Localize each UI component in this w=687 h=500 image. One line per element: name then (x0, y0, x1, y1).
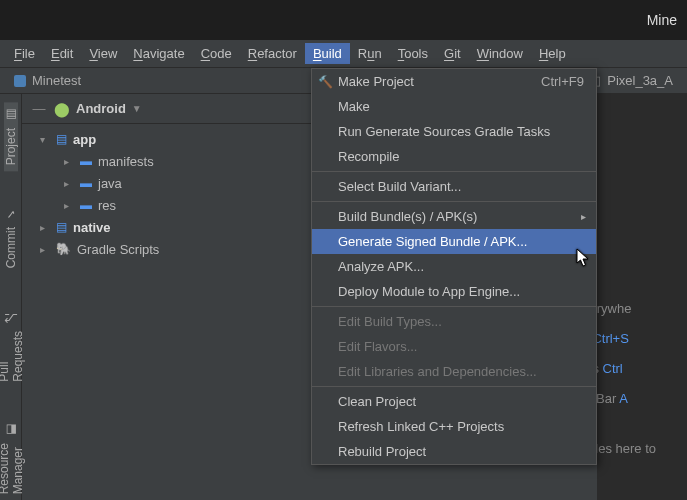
menu-item-label: Make (338, 99, 370, 114)
tab-minetest[interactable]: Minetest (4, 70, 91, 91)
tab-device[interactable]: ▯ Pixel_3a_A (584, 70, 683, 91)
folder-icon: ▬ (80, 198, 92, 212)
menu-item-rebuild-project[interactable]: Rebuild Project (312, 439, 596, 464)
folder-icon: ▬ (80, 154, 92, 168)
module-icon: ▤ (56, 132, 67, 146)
tree-gradle-label: Gradle Scripts (77, 242, 159, 257)
window-title: Mine (647, 12, 677, 28)
menu-item-label: Build Bundle(s) / APK(s) (338, 209, 477, 224)
menu-item-analyze-apk[interactable]: Analyze APK... (312, 254, 596, 279)
menu-run[interactable]: Run (350, 43, 390, 64)
hammer-icon: 🔨 (318, 75, 333, 89)
menu-item-edit-libraries-and-dependencies: Edit Libraries and Dependencies... (312, 359, 596, 384)
menu-item-label: Select Build Variant... (338, 179, 461, 194)
menu-item-generate-signed-bundle-apk[interactable]: Generate Signed Bundle / APK... (312, 229, 596, 254)
menu-item-clean-project[interactable]: Clean Project (312, 389, 596, 414)
pr-icon: ⎇ (4, 311, 18, 325)
menu-item-label: Rebuild Project (338, 444, 426, 459)
menu-item-label: Run Generate Sources Gradle Tasks (338, 124, 550, 139)
menu-item-label: Deploy Module to App Engine... (338, 284, 520, 299)
tree-java-label: java (98, 176, 122, 191)
chevron-right-icon: ▸ (64, 178, 76, 189)
res-icon: ◧ (4, 423, 18, 437)
menu-window[interactable]: Window (469, 43, 531, 64)
tree-app-label: app (73, 132, 96, 147)
chevron-right-icon: ▸ (40, 222, 52, 233)
menu-item-make-project[interactable]: 🔨Make ProjectCtrl+F9 (312, 69, 596, 94)
view-selector[interactable]: Android (76, 101, 126, 116)
tab-label: Minetest (32, 73, 81, 88)
gradle-icon: 🐘 (56, 242, 71, 256)
tree-res-label: res (98, 198, 116, 213)
editor-area: ch Everywhe o File Ctrl+S nt Files Ctrl … (597, 94, 687, 500)
menu-item-label: Edit Libraries and Dependencies... (338, 364, 537, 379)
hide-icon[interactable]: — (30, 100, 48, 118)
project-icon (14, 75, 26, 87)
menu-item-label: Generate Signed Bundle / APK... (338, 234, 527, 249)
menubar: File Edit View Navigate Code Refactor Bu… (0, 40, 687, 68)
sidetab-resourcemanager[interactable]: Resource Manager◧ (0, 417, 25, 500)
chevron-right-icon: ▸ (64, 200, 76, 211)
menu-item-edit-build-types: Edit Build Types... (312, 309, 596, 334)
menu-git[interactable]: Git (436, 43, 469, 64)
sidetab-commit[interactable]: Commit✓ (4, 201, 18, 274)
menu-item-label: Edit Build Types... (338, 314, 442, 329)
menu-build[interactable]: Build (305, 43, 350, 64)
shortcut-label: Ctrl+F9 (541, 74, 584, 89)
menu-code[interactable]: Code (193, 43, 240, 64)
tree-native-label: native (73, 220, 111, 235)
menu-item-select-build-variant[interactable]: Select Build Variant... (312, 174, 596, 199)
menu-item-deploy-module-to-app-engine[interactable]: Deploy Module to App Engine... (312, 279, 596, 304)
menu-tools[interactable]: Tools (390, 43, 436, 64)
menu-navigate[interactable]: Navigate (125, 43, 192, 64)
chevron-down-icon: ▾ (40, 134, 52, 145)
menu-item-label: Make Project (338, 74, 414, 89)
tab-device-label: Pixel_3a_A (607, 73, 673, 88)
menu-item-label: Edit Flavors... (338, 339, 417, 354)
android-icon: ⬤ (54, 101, 70, 117)
menu-refactor[interactable]: Refactor (240, 43, 305, 64)
sidetab-project[interactable]: Project▤ (4, 102, 18, 171)
menu-file[interactable]: File (6, 43, 43, 64)
menu-item-run-generate-sources-gradle-tasks[interactable]: Run Generate Sources Gradle Tasks (312, 119, 596, 144)
menu-item-make[interactable]: Make (312, 94, 596, 119)
submenu-arrow-icon: ▸ (581, 211, 586, 222)
chevron-down-icon[interactable]: ▼ (132, 103, 142, 114)
left-toolwindow-strip: Project▤ Commit✓ Pull Requests⎇ Resource… (0, 94, 22, 500)
chevron-right-icon: ▸ (64, 156, 76, 167)
titlebar: Mine (0, 0, 687, 40)
menu-edit[interactable]: Edit (43, 43, 81, 64)
menu-item-label: Analyze APK... (338, 259, 424, 274)
menu-item-label: Refresh Linked C++ Projects (338, 419, 504, 434)
menu-item-build-bundle-s-apk-s[interactable]: Build Bundle(s) / APK(s)▸ (312, 204, 596, 229)
commit-icon: ✓ (4, 207, 18, 221)
folder-icon: ▬ (80, 176, 92, 190)
chevron-right-icon: ▸ (40, 244, 52, 255)
project-sideicon: ▤ (4, 108, 18, 122)
module-icon: ▤ (56, 220, 67, 234)
menu-item-recompile[interactable]: Recompile (312, 144, 596, 169)
menu-item-label: Recompile (338, 149, 399, 164)
build-menu-dropdown: 🔨Make ProjectCtrl+F9MakeRun Generate Sou… (311, 68, 597, 465)
menu-view[interactable]: View (81, 43, 125, 64)
menu-item-refresh-linked-c-projects[interactable]: Refresh Linked C++ Projects (312, 414, 596, 439)
menu-item-label: Clean Project (338, 394, 416, 409)
menu-item-edit-flavors: Edit Flavors... (312, 334, 596, 359)
tree-manifests-label: manifests (98, 154, 154, 169)
menu-help[interactable]: Help (531, 43, 574, 64)
sidetab-pullrequests[interactable]: Pull Requests⎇ (0, 305, 25, 388)
